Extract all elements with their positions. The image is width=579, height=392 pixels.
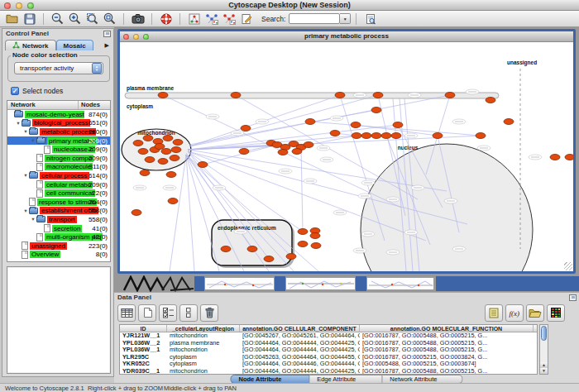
annotation-button[interactable]: [238, 12, 254, 26]
network-node[interactable]: [239, 149, 249, 155]
tree-row-transport[interactable]: ▼transport558(0): [7, 215, 110, 224]
tree-expander-icon[interactable]: ▼: [22, 208, 29, 213]
tree-row-macromolecule[interactable]: macromolecule311(0): [7, 163, 110, 172]
network-edge[interactable]: [186, 155, 194, 271]
network-node[interactable]: [381, 133, 391, 139]
scroll-down-icon[interactable]: ▼: [540, 368, 548, 374]
tree-expander-icon[interactable]: ▼: [30, 138, 36, 143]
unselect-attributes-button[interactable]: [179, 304, 198, 322]
tree-row-cellular-process[interactable]: ▼cellular process614(0): [7, 171, 110, 180]
column-header-2[interactable]: annotation.GO CELLULAR_COMPONENT: [240, 325, 360, 332]
attribute-table-button[interactable]: [117, 304, 136, 322]
network-canvas[interactable]: plasma membranecytoplasmmitochondrionnuc…: [120, 42, 573, 271]
tree-row-multi-organism-pro[interactable]: multi-organism pro42(0): [7, 232, 110, 241]
network-node[interactable]: [445, 93, 455, 98]
zoom-in-button[interactable]: [67, 12, 83, 26]
network-node[interactable]: [198, 162, 208, 168]
tree-row-metabolic-process[interactable]: ▼metabolic process280(0): [7, 127, 110, 136]
search-input[interactable]: [289, 13, 340, 24]
network-node[interactable]: [550, 155, 560, 160]
network-node[interactable]: [155, 144, 165, 150]
network-node[interactable]: [361, 133, 371, 139]
network-node[interactable]: [565, 155, 573, 160]
tree-row-biological-process[interactable]: ▼biological_process651(0): [7, 119, 110, 128]
network-node[interactable]: [504, 119, 514, 125]
table-row[interactable]: YPL036W__2plasma membrane[GO:0044464, GO…: [120, 340, 537, 347]
table-row[interactable]: YKR052Ccytoplasm[GO:0044464, GO:0044446,…: [120, 361, 537, 368]
resize-grip-icon[interactable]: [564, 262, 572, 270]
network-node[interactable]: [311, 243, 321, 249]
network-node[interactable]: [158, 159, 168, 165]
delete-attribute-button[interactable]: [200, 304, 218, 322]
column-header-1[interactable]: _cellularLayoutRegion: [167, 325, 240, 332]
network-node[interactable]: [433, 133, 443, 139]
tree-row-cellular-metabo[interactable]: cellular metabo209(0): [7, 180, 110, 189]
background-window[interactable]: [285, 277, 356, 290]
tree-row-overview[interactable]: Overview8(0): [7, 251, 110, 260]
network-edge[interactable]: [309, 136, 356, 145]
tree-expander-icon[interactable]: ▼: [30, 217, 36, 222]
layout-alt-button[interactable]: [221, 12, 237, 26]
formula-button[interactable]: f(x): [505, 304, 524, 322]
network-node[interactable]: [352, 133, 361, 139]
layout-button[interactable]: [203, 12, 219, 26]
table-row[interactable]: YLR295Ccytoplasm[GO:0045263, GO:0044464,…: [120, 354, 537, 361]
column-header-0[interactable]: ID: [120, 325, 167, 332]
network-node[interactable]: [304, 142, 313, 148]
network-node[interactable]: [330, 131, 340, 136]
help-button[interactable]: [158, 12, 174, 26]
snapshot-button[interactable]: [130, 12, 146, 26]
tree-row-mosaic-demo-yeast[interactable]: mosaic-demo-yeast874(0): [7, 110, 110, 119]
tabs-overflow-button[interactable]: ▶: [103, 41, 111, 50]
table-row[interactable]: YDR039C__1mitochondrion[GO:0044464, GO:0…: [120, 368, 537, 375]
import-attributes-button[interactable]: [526, 304, 544, 322]
search-options-button[interactable]: [362, 12, 378, 26]
float-panel-icon[interactable]: [103, 31, 111, 37]
tree-row-nitrogen-compo[interactable]: nitrogen compo209(0): [7, 154, 110, 163]
tab-network[interactable]: Network: [5, 40, 56, 50]
network-node[interactable]: [145, 157, 155, 163]
column-header-3[interactable]: annotation.GO MOLECULAR_FUNCTION: [360, 325, 534, 332]
network-node[interactable]: [158, 93, 168, 98]
network-node[interactable]: [335, 93, 345, 98]
network-node[interactable]: [486, 98, 495, 103]
network-node[interactable]: [247, 246, 257, 252]
network-node[interactable]: [138, 149, 148, 155]
tab-mosaic[interactable]: Mosaic: [56, 40, 93, 50]
tree-row-secretion[interactable]: secretion41(0): [7, 224, 110, 233]
network-node[interactable]: [140, 170, 150, 176]
select-nodes-checkbox[interactable]: ✓: [11, 87, 19, 95]
network-node[interactable]: [132, 210, 141, 216]
select-attributes-button[interactable]: [159, 304, 177, 322]
network-node[interactable]: [393, 122, 403, 128]
network-edge[interactable]: [301, 147, 303, 232]
graphics-details-button[interactable]: [186, 12, 202, 26]
tree-row-response-to-stimulu[interactable]: response to stimulu264(0): [7, 198, 110, 207]
network-node[interactable]: [298, 241, 308, 247]
tree-row-cell-communicat[interactable]: cell communicat22(0): [7, 189, 110, 198]
tree-row-establishment-of-lo[interactable]: ▼establishment of lo558(0): [7, 207, 110, 216]
background-window-frame[interactable]: [275, 276, 285, 291]
background-window-content[interactable]: [121, 275, 199, 292]
zoom-fit-button[interactable]: [102, 12, 117, 26]
network-node[interactable]: [278, 150, 288, 155]
search-dropdown-arrow[interactable]: ▼: [340, 13, 351, 24]
network-node[interactable]: [351, 122, 361, 128]
network-node[interactable]: [241, 126, 251, 131]
network-node[interactable]: [264, 256, 274, 262]
network-node[interactable]: [292, 149, 302, 155]
network-node[interactable]: [166, 172, 176, 178]
network-view-window[interactable]: primary metabolic process plasma membran…: [117, 29, 576, 274]
tree-expander-icon[interactable]: ▼: [15, 121, 22, 126]
notes-button[interactable]: [485, 304, 503, 322]
network-node[interactable]: [221, 246, 231, 252]
background-window-frame[interactable]: [356, 276, 366, 291]
network-node[interactable]: [371, 108, 381, 113]
table-scrollbar[interactable]: ▲ ▼: [539, 324, 548, 375]
network-node[interactable]: [143, 136, 153, 141]
network-node[interactable]: [476, 133, 486, 139]
background-window[interactable]: [366, 277, 434, 290]
network-node[interactable]: [391, 133, 401, 139]
open-session-button[interactable]: [4, 12, 20, 26]
network-node[interactable]: [163, 136, 173, 141]
